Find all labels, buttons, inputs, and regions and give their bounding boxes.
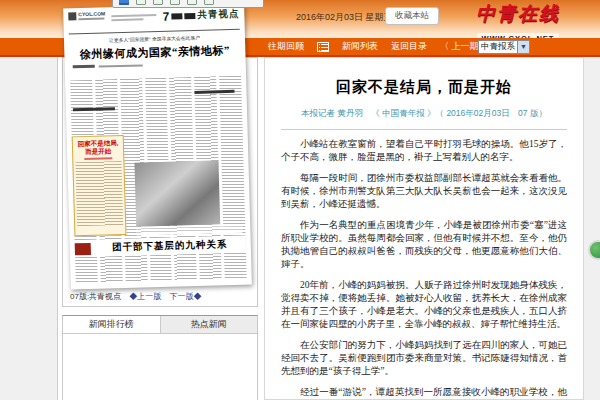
- page-navigation: 07版:共青视点 ◆上一版 下一版◆: [70, 291, 202, 302]
- main-headline[interactable]: 徐州缘何成为国家“亲情地标”: [64, 43, 245, 63]
- highlighted-article-box[interactable]: 回家不是结局,而是开始: [72, 135, 127, 236]
- byline-source: 《 中国青年报 》（ 2016年02月03日: [371, 108, 509, 118]
- highlighted-article-title: 回家不是结局,而是开始: [75, 139, 121, 156]
- nav-news-list[interactable]: 新闻列表: [342, 40, 378, 53]
- column-emblem-icon: [75, 242, 91, 254]
- second-headline: 团干部下基层的九种关系: [94, 238, 246, 255]
- edition-select-value: 中青报系: [479, 41, 517, 53]
- floating-service-button[interactable]: [588, 240, 600, 260]
- page-label: 07版:共青视点: [70, 292, 121, 301]
- article-body: 小峰站在教室窗前，望着自己平时打羽毛球的操场。他15岁了，个子不高，微胖，脸蛋是…: [281, 138, 567, 400]
- article-panel: 回家不是结局，而是开始 本报记者 黄丹羽 《 中国青年报 》（ 2016年02月…: [264, 57, 584, 400]
- headline-byline: [73, 61, 238, 69]
- newspaper-page-image[interactable]: CYOL.COM 7 共青视点 让更多人“回家团聚” 全国寻亲大会在此落户 徐州…: [63, 4, 252, 290]
- tab-news-ranking[interactable]: 新闻排行榜: [63, 316, 160, 333]
- nav-past-issues[interactable]: 往期回顾: [268, 40, 304, 53]
- article-paragraph: 作为一名典型的重点困境青少年，小峰是被团徐州市委“塞”进这所职业学校的。虽然每周…: [281, 219, 567, 271]
- article-paragraph: 在公安部门的努力下，小峰妈妈找到了远在四川的家人，可她已经回不去了。吴薪便跑到团…: [281, 339, 567, 378]
- news-tabs-panel: 新闻排行榜 热点新闻: [62, 315, 258, 400]
- byline-page: 07 版）: [518, 108, 547, 118]
- next-page-link[interactable]: 下一版◆: [170, 292, 202, 301]
- newspaper-photo: [134, 160, 220, 226]
- home-icon[interactable]: [153, 0, 163, 5]
- article-byline: 本报记者 黄丹羽 《 中国青年报 》（ 2016年02月03日 07 版）: [281, 108, 567, 120]
- fullscreen-icon[interactable]: [136, 0, 146, 5]
- newspaper-logo-icon: [68, 12, 76, 20]
- newspaper-site: CYOL.COM: [78, 11, 105, 17]
- nav-back-to-contents[interactable]: 返回目录: [391, 40, 427, 53]
- article-paragraph: 小峰站在教室窗前，望着自己平时打羽毛球的操场。他15岁了，个子不高，微胖，脸蛋是…: [281, 138, 567, 164]
- tab-content-empty: [62, 334, 258, 400]
- article-title: 回家不是结局，而是开始: [281, 78, 567, 97]
- zoom-out-icon[interactable]: [187, 0, 197, 5]
- article-paragraph: 经过一番“游说”，谭超英找到一所愿意接收小峰的职业学校，他和吴薪一起把小峰送进了…: [281, 386, 567, 400]
- highlighted-article-author-bar: [84, 157, 112, 160]
- highlighted-article-text: [75, 161, 123, 226]
- document-icon[interactable]: [119, 0, 129, 5]
- tab-hot-news[interactable]: 热点新闻: [160, 316, 258, 333]
- article-paragraph: 每隔一段时间，团徐州市委权益部副部长谭超英就会来看看他。有时候，徐州市刑警支队第…: [281, 172, 567, 211]
- list-view-icon[interactable]: [317, 42, 329, 52]
- article-paragraph: 20年前，小峰的妈妈被拐。人贩子路过徐州时发现她身体残疾，觉得卖不掉，便将她丢掉…: [281, 279, 567, 331]
- nav-box-icon: [184, 12, 195, 18]
- logo-title: 中青在线: [468, 1, 568, 27]
- section-name: 共青视点: [197, 8, 239, 22]
- chevron-down-icon: ▼: [517, 41, 529, 53]
- previous-page-link[interactable]: ◆上一版: [129, 292, 161, 301]
- favorite-site-button[interactable]: 收藏本站: [385, 7, 439, 25]
- page-number: 7: [163, 10, 170, 22]
- newspaper-text-columns: 回家不是结局,而是开始 团干部下基层的九种关系: [70, 76, 247, 284]
- nav-previous-issue[interactable]: 〈 上一期: [440, 40, 479, 53]
- close-icon[interactable]: [204, 0, 214, 5]
- zoom-in-icon[interactable]: [170, 0, 180, 5]
- byline-author: 本报记者 黄丹羽: [301, 108, 363, 118]
- floating-toolbar: [112, 0, 264, 8]
- nav-box-icon: [171, 13, 182, 19]
- edition-select[interactable]: 中青报系 ▼: [478, 40, 530, 54]
- current-date: 2016年02月03日 星期三: [296, 11, 393, 24]
- masthead-info: [105, 10, 163, 26]
- tabs-row: 新闻排行榜 热点新闻: [62, 315, 258, 334]
- byline-divider: [281, 129, 567, 130]
